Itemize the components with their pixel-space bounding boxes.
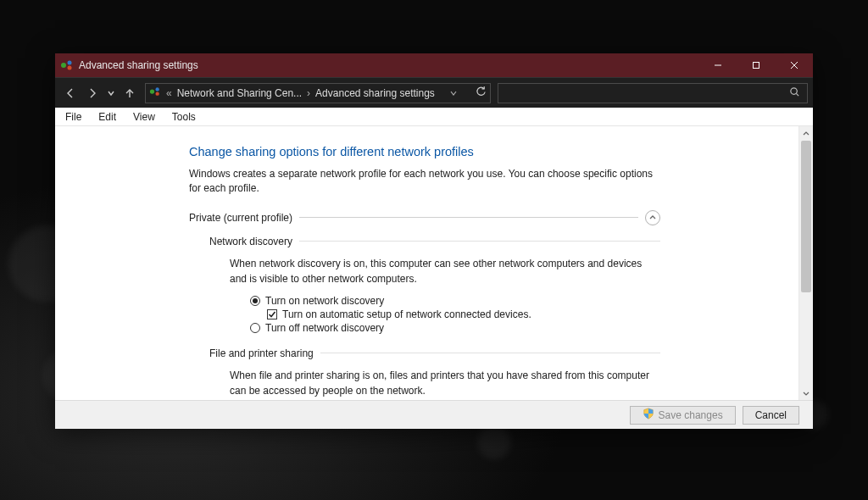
chevron-left-icon: « [166, 87, 172, 99]
navigation-bar: « Network and Sharing Cen... › Advanced … [55, 77, 813, 108]
radio-turn-off-network-discovery[interactable]: Turn off network discovery [250, 322, 660, 334]
radio-turn-on-network-discovery[interactable]: Turn on network discovery [250, 295, 660, 307]
network-sharing-icon [149, 86, 161, 100]
subsection-network-discovery: Network discovery [209, 236, 660, 247]
footer-bar: Save changes Cancel [55, 400, 813, 429]
titlebar[interactable]: Advanced sharing settings [55, 53, 813, 77]
scroll-down-button[interactable] [799, 386, 813, 400]
checkbox-auto-setup[interactable]: Turn on automatic setup of network conne… [267, 308, 660, 320]
svg-point-2 [68, 66, 72, 70]
vertical-scrollbar[interactable] [798, 126, 813, 400]
svg-point-10 [155, 92, 159, 95]
back-button[interactable] [60, 83, 81, 103]
scrollbar-track[interactable] [799, 141, 813, 386]
breadcrumb-item[interactable]: Advanced sharing settings [315, 87, 435, 99]
svg-point-8 [150, 89, 154, 93]
save-changes-button[interactable]: Save changes [630, 406, 736, 425]
section-private-header[interactable]: Private (current profile) [189, 210, 660, 225]
network-sharing-icon [60, 58, 74, 72]
page-title: Change sharing options for different net… [189, 145, 660, 158]
shield-icon [643, 408, 654, 422]
page-description: Windows creates a separate network profi… [189, 167, 660, 197]
subsection-file-printer-sharing: File and printer sharing [209, 347, 660, 359]
menu-tools[interactable]: Tools [165, 109, 203, 125]
menu-view[interactable]: View [126, 109, 162, 125]
search-icon [789, 86, 800, 100]
svg-point-1 [68, 61, 72, 65]
menu-file[interactable]: File [58, 109, 88, 125]
cancel-button[interactable]: Cancel [743, 406, 799, 425]
chevron-right-icon: › [307, 87, 310, 99]
radio-icon [250, 323, 260, 333]
svg-point-9 [155, 87, 159, 91]
search-input[interactable] [498, 83, 808, 103]
network-discovery-description: When network discovery is on, this compu… [230, 256, 660, 286]
scrollbar-thumb[interactable] [801, 141, 811, 292]
settings-window: Advanced sharing settings « Ne [55, 53, 813, 429]
content-pane: Change sharing options for different net… [55, 126, 798, 400]
up-button[interactable] [120, 83, 140, 103]
client-area: Change sharing options for different net… [55, 126, 813, 400]
maximize-button[interactable] [737, 53, 775, 77]
svg-line-12 [796, 93, 798, 96]
svg-rect-4 [753, 63, 759, 69]
forward-button[interactable] [82, 83, 103, 103]
checkbox-icon [267, 309, 277, 319]
window-title: Advanced sharing settings [79, 59, 698, 71]
section-label: Private (current profile) [189, 212, 292, 224]
address-bar[interactable]: « Network and Sharing Cen... › Advanced … [145, 83, 491, 103]
breadcrumb-item[interactable]: Network and Sharing Cen... [177, 87, 302, 99]
svg-point-11 [791, 87, 797, 93]
menu-edit[interactable]: Edit [92, 109, 123, 125]
refresh-button[interactable] [476, 86, 487, 100]
menu-bar: File Edit View Tools [55, 108, 813, 126]
file-printer-description: When file and printer sharing is on, fil… [230, 368, 660, 398]
scroll-up-button[interactable] [799, 126, 813, 141]
address-dropdown-icon[interactable] [450, 87, 457, 99]
svg-point-0 [61, 63, 66, 68]
radio-icon [250, 296, 260, 306]
recent-locations-dropdown[interactable] [104, 83, 118, 103]
close-button[interactable] [775, 53, 813, 77]
chevron-up-icon[interactable] [645, 210, 660, 225]
minimize-button[interactable] [698, 53, 737, 77]
